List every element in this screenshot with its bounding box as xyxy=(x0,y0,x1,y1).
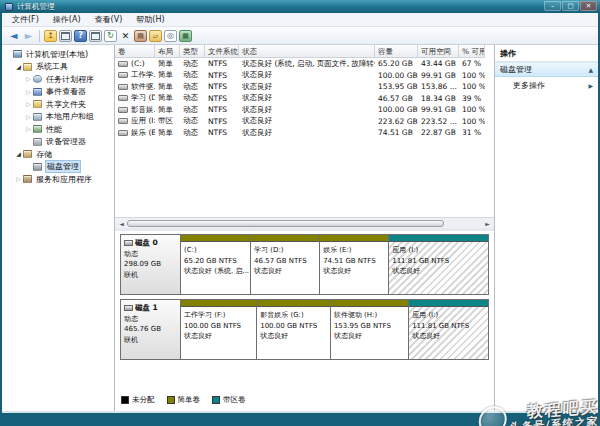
column-header-type[interactable]: 类型 xyxy=(180,45,205,58)
event-viewer-icon xyxy=(33,88,42,96)
partitions: 工作学习 (F:)100.00 GB NTFS状态良好影音娱乐 (G:)100.… xyxy=(181,300,488,359)
tree-item-disk-management[interactable]: 磁盘管理 xyxy=(2,161,114,174)
tree-item-storage[interactable]: ◢存储 xyxy=(2,148,114,161)
partition-info: 应用 (I:)111.81 GB NTFS状态良好 xyxy=(389,242,488,294)
submenu-arrow-icon: ▶ xyxy=(588,82,593,89)
open-icon[interactable]: ▱ xyxy=(149,30,162,42)
tree-item-local-users-groups[interactable]: ▷本地用户和组 xyxy=(2,111,114,124)
partition-f[interactable]: 工作学习 (F:)100.00 GB NTFS状态良好 xyxy=(181,300,256,359)
partition-info: (C:)65.20 GB NTFS状态良好 (系统, 启... xyxy=(181,242,250,294)
refresh-icon[interactable]: ↻ xyxy=(104,30,117,42)
menu-item-view[interactable]: 查看(V) xyxy=(88,14,130,26)
menu-item-help[interactable]: 帮助(H) xyxy=(129,14,171,26)
expanded-arrow-icon[interactable]: ◢ xyxy=(14,64,23,70)
volume-disk-icon xyxy=(118,130,128,136)
partition-status: 状态良好 xyxy=(392,266,487,277)
partition-g[interactable]: 影音娱乐 (G:)100.00 GB NTFS状态良好 xyxy=(256,300,330,359)
collapsed-arrow-icon[interactable]: ▷ xyxy=(24,76,33,82)
column-header-status[interactable]: 状态 xyxy=(239,45,375,58)
help-icon[interactable]: ? xyxy=(74,30,87,42)
collapsed-arrow-icon[interactable]: ▷ xyxy=(14,176,23,182)
partition-i[interactable]: 应用 (I:)111.81 GB NTFS状态良好 xyxy=(388,235,488,294)
volume-cell: 74.51 GB xyxy=(375,127,418,139)
column-header-percent-free[interactable]: % 可用 xyxy=(459,45,485,58)
tree-item-performance[interactable]: ▷性能 xyxy=(2,123,114,136)
close-button[interactable]: ✕ xyxy=(580,1,597,11)
tree-item-services-applications[interactable]: ▷服务和应用程序 xyxy=(2,173,114,186)
partition-info: 工作学习 (F:)100.00 GB NTFS状态良好 xyxy=(181,307,256,359)
volume-cell: 动态 xyxy=(180,70,205,82)
collapsed-arrow-icon[interactable]: ▷ xyxy=(24,101,33,107)
volume-cell: 100 % xyxy=(459,81,485,93)
scroll-right-arrow-icon[interactable]: ► xyxy=(482,220,493,227)
menu-item-file[interactable]: 文件(F) xyxy=(5,14,46,26)
column-header-free-space[interactable]: 可用空间 xyxy=(418,45,459,58)
volume-cell: 学习 (D:) xyxy=(115,93,155,105)
show-console-tree-icon[interactable] xyxy=(59,30,72,42)
partition-h[interactable]: 软件驱动 (H:)153.95 GB NTFS状态良好 xyxy=(330,300,408,359)
tree-item-computer-management-local[interactable]: 计算机管理(本地) xyxy=(2,48,114,61)
partition-name: 影音娱乐 (G:) xyxy=(260,310,329,321)
legend-item-striped-volume: 带区卷 xyxy=(212,395,246,405)
back-icon[interactable]: ◄ xyxy=(7,30,20,42)
console-window-icon[interactable] xyxy=(89,30,102,42)
disk-name: 磁盘 0 xyxy=(124,237,177,249)
horizontal-scrollbar[interactable]: ◄ ► xyxy=(115,217,494,228)
tree-item-event-viewer[interactable]: ▷事件查看器 xyxy=(2,86,114,99)
volume-row-software-drive-h[interactable]: 软件驱...简单动态NTFS状态良好153.95 GB153.86 ...100… xyxy=(115,81,494,93)
column-header-volume[interactable]: 卷 xyxy=(115,45,155,58)
delete-volume-icon[interactable]: ✕ xyxy=(119,30,132,42)
partition-status: 状态良好 xyxy=(412,331,487,342)
volume-row-media-g[interactable]: 影音娱...简单动态NTFS状态良好100.00 GB99.91 GB100 % xyxy=(115,104,494,116)
tree-item-device-manager[interactable]: 设备管理器 xyxy=(2,136,114,149)
forward-icon[interactable]: ► xyxy=(22,30,35,42)
more-actions-label: 更多操作 xyxy=(513,80,545,91)
volume-row-study-d[interactable]: 学习 (D:)简单动态NTFS状态良好46.57 GB18.34 GB39 % xyxy=(115,93,494,105)
settings-icon[interactable]: ▦ xyxy=(179,30,192,42)
collapsed-arrow-icon[interactable]: ▷ xyxy=(24,89,33,95)
actions-group-disk-management[interactable]: 磁盘管理 ▲ xyxy=(495,62,598,77)
menu-item-action[interactable]: 操作(A) xyxy=(46,14,88,26)
volume-disk-icon xyxy=(118,118,128,124)
collapsed-arrow-icon[interactable]: ▷ xyxy=(24,126,33,132)
collapse-arrow-icon[interactable]: ▲ xyxy=(588,66,593,73)
volume-cell: 简单 xyxy=(155,127,180,139)
export-list-icon[interactable]: ↥ xyxy=(44,30,57,42)
legend-item-simple-volume: 简单卷 xyxy=(167,395,201,405)
volume-cell: 100 % xyxy=(459,70,485,82)
partition-info: 学习 (D:)46.57 GB NTFS状态良好 xyxy=(251,242,319,294)
expanded-arrow-icon[interactable]: ◢ xyxy=(14,151,23,157)
volume-row-entertainment-e[interactable]: 娱乐 (E:)简单动态NTFS状态良好74.51 GB22.87 GB31 % xyxy=(115,127,494,139)
disk-0-label[interactable]: 磁盘 0动态298.09 GB联机 xyxy=(121,235,181,294)
scroll-left-arrow-icon[interactable]: ◄ xyxy=(116,220,127,227)
volume-cell: 工作学... xyxy=(115,70,155,82)
task-scheduler-icon xyxy=(33,75,42,83)
disk-1-label[interactable]: 磁盘 1动态465.76 GB联机 xyxy=(121,300,181,359)
search-icon[interactable]: ◎ xyxy=(164,30,177,42)
partition-c[interactable]: (C:)65.20 GB NTFS状态良好 (系统, 启... xyxy=(181,235,250,294)
tree-item-shared-folders[interactable]: ▷共享文件夹 xyxy=(2,98,114,111)
column-header-capacity[interactable]: 容量 xyxy=(375,45,418,58)
volume-disk-icon xyxy=(118,95,128,101)
column-header-file-system[interactable]: 文件系统 xyxy=(205,45,239,58)
volume-cell: NTFS xyxy=(205,93,239,105)
collapsed-arrow-icon[interactable]: ▷ xyxy=(24,114,33,120)
watermark-line2: 头条号/系统之家 xyxy=(509,415,598,426)
partition-e[interactable]: 娱乐 (E:)74.51 GB NTFS状态良好 xyxy=(319,235,388,294)
partition-i[interactable]: 应用 (I:)111.81 GB NTFS状态良好 xyxy=(408,300,488,359)
volume-row-work-study-f[interactable]: 工作学...简单动态NTFS状态良好100.00 GB99.91 GB100 % xyxy=(115,70,494,82)
volume-cell: 43.44 GB xyxy=(418,58,459,70)
scrollbar-thumb[interactable] xyxy=(127,220,444,227)
properties-icon[interactable]: ▤ xyxy=(134,30,147,42)
column-header-layout[interactable]: 布局 xyxy=(155,45,180,58)
volume-row-c[interactable]: (C:)简单动态NTFS状态良好 (系统, 启动, 页面文件, 故障转储)65.… xyxy=(115,58,494,70)
simple-volume-color-band xyxy=(181,300,256,307)
more-actions-item[interactable]: 更多操作 ▶ xyxy=(495,77,598,94)
title-bar[interactable]: 计算机管理 – □ ✕ xyxy=(0,0,600,13)
maximize-button[interactable]: □ xyxy=(562,1,579,11)
tree-item-task-scheduler[interactable]: ▷任务计划程序 xyxy=(2,73,114,86)
partition-d[interactable]: 学习 (D:)46.57 GB NTFS状态良好 xyxy=(250,235,319,294)
volume-row-app-i[interactable]: 应用 (I:)带区动态NTFS状态良好223.62 GB223.52 ...10… xyxy=(115,116,494,128)
tree-item-system-tools[interactable]: ◢系统工具 xyxy=(2,61,114,74)
minimize-button[interactable]: – xyxy=(544,1,561,11)
